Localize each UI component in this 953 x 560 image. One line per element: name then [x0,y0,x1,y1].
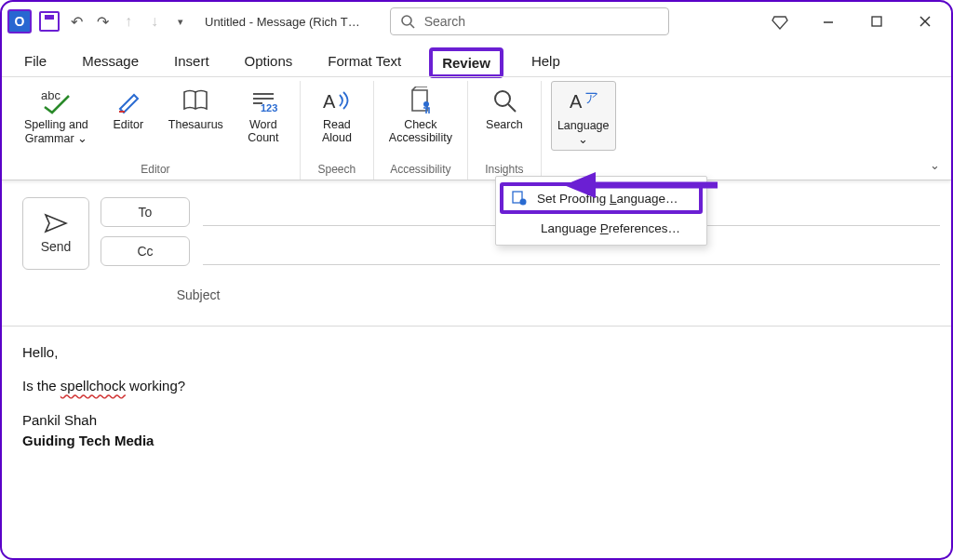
editor-button[interactable]: Editor [101,81,155,135]
word-count-button[interactable]: 123 Word Count [236,81,290,148]
tab-insert[interactable]: Insert [167,49,217,76]
svg-text:A: A [323,91,336,112]
compose-area: Send To Cc Subject Hello, Is the spellch… [2,180,951,465]
ribbon: abc Spelling and Grammar ⌄ Editor Thesau… [2,76,951,180]
up-arrow-icon: ↑ [119,12,138,31]
send-button[interactable]: Send [22,197,89,270]
accessibility-icon [407,85,435,116]
book-icon [181,85,209,116]
spelling-grammar-button[interactable]: abc Spelling and Grammar ⌄ [20,81,92,149]
menu-language-preferences[interactable]: Language Preferences… [496,216,706,241]
search-box[interactable]: Search [390,7,669,35]
language-icon: Aア [568,86,599,117]
close-button[interactable] [905,7,946,35]
minimize-button[interactable] [808,7,849,35]
tab-format-text[interactable]: Format Text [320,49,409,76]
group-editor: abc Spelling and Grammar ⌄ Editor Thesau… [11,81,301,180]
signature-name: Pankil Shah [22,411,940,430]
smart-search-button[interactable]: Search [477,81,531,135]
save-icon[interactable] [39,11,60,32]
svg-line-1 [410,24,414,28]
svg-text:abc: abc [41,88,60,102]
signature-company: Guiding Tech Media [22,432,940,450]
premium-diamond-icon[interactable] [759,7,800,35]
maximize-button[interactable] [856,7,897,35]
redo-icon[interactable]: ↷ [93,12,112,31]
body-line-greeting: Hello, [22,343,940,362]
annotation-arrow [564,167,722,204]
svg-point-15 [495,91,510,106]
language-button[interactable]: Aア Language ⌄ [551,81,616,151]
svg-text:ア: ア [584,89,598,105]
group-label-accessibility: Accessibility [390,163,450,180]
group-label-editor: Editor [141,163,169,180]
svg-text:A: A [570,91,583,112]
body-line-1: Is the spellchock working? [22,377,940,395]
proofing-menu-icon [511,190,528,207]
svg-line-16 [508,104,516,112]
misspelled-word: spellchock [60,378,126,393]
collapse-ribbon-icon[interactable]: ⌄ [930,158,940,172]
undo-icon[interactable]: ↶ [67,12,86,31]
down-arrow-icon: ↓ [145,12,164,31]
svg-rect-3 [872,17,881,26]
tab-options[interactable]: Options [237,49,301,76]
spelling-icon: abc [39,85,73,116]
outlook-app-icon: O [7,9,32,33]
to-button[interactable]: To [101,197,190,227]
check-accessibility-button[interactable]: Check Accessibility [383,81,458,148]
svg-text:123: 123 [261,102,277,113]
search-icon [400,14,415,29]
thesaurus-button[interactable]: Thesaurus [165,81,227,135]
ribbon-tabs: File Message Insert Options Format Text … [2,41,951,76]
group-speech: A Read Aloud Speech [301,81,374,180]
svg-marker-22 [564,172,596,198]
search-placeholder: Search [424,14,465,29]
subject-field[interactable] [309,281,940,309]
read-aloud-icon: A [321,85,353,116]
title-bar: O ↶ ↷ ↑ ↓ ▾ Untitled - Message (Rich T… … [2,2,951,41]
qat-dropdown-icon[interactable]: ▾ [171,12,190,31]
pen-icon [115,85,141,116]
menu-label: Language Preferences… [541,221,680,235]
message-body[interactable]: Hello, Is the spellchock working? Pankil… [22,327,940,465]
word-count-icon: 123 [249,85,277,116]
send-icon [44,213,68,233]
group-language: Aア Language ⌄ [542,81,625,180]
search-large-icon [491,85,517,116]
group-insights: Search Insights [468,81,542,180]
svg-point-20 [520,199,527,206]
cc-button[interactable]: Cc [101,236,190,266]
tab-help[interactable]: Help [524,49,568,76]
read-aloud-button[interactable]: A Read Aloud [310,81,364,148]
group-accessibility: Check Accessibility Accessibility [374,81,468,180]
group-label-speech: Speech [318,163,356,180]
tab-review[interactable]: Review [429,47,503,78]
tab-file[interactable]: File [17,49,54,76]
svg-point-0 [402,16,411,25]
tab-message[interactable]: Message [74,49,146,76]
window-title: Untitled - Message (Rich T… [205,15,360,29]
svg-point-14 [423,101,429,107]
subject-label: Subject [101,287,296,302]
